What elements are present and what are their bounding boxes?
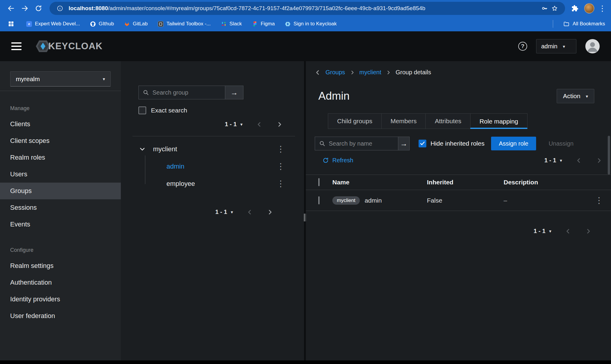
tree-node-label[interactable]: admin xyxy=(166,163,184,170)
sidebar-item-groups[interactable]: Groups xyxy=(0,183,121,199)
bookmark-label: GIthub xyxy=(99,21,114,27)
pagination-count[interactable]: 1 - 1 ▾ xyxy=(225,121,243,128)
exact-search-checkbox[interactable] xyxy=(138,107,146,114)
password-key-icon[interactable] xyxy=(539,3,550,13)
unassign-button[interactable]: Unassign xyxy=(549,140,573,147)
user-avatar[interactable] xyxy=(585,39,600,53)
bookmark-slack[interactable]: Slack xyxy=(221,21,242,27)
kebab-menu-icon[interactable]: ⋮ xyxy=(277,162,285,171)
hamburger-menu-icon[interactable] xyxy=(11,42,21,50)
tab-attributes[interactable]: Attributes xyxy=(425,113,470,129)
group-search-submit-button[interactable]: → xyxy=(225,86,243,99)
refresh-link[interactable]: Refresh xyxy=(323,157,353,164)
url-bar[interactable]: localhost:8080/admin/master/console/#/my… xyxy=(50,2,565,15)
site-info-icon[interactable] xyxy=(55,3,65,13)
apps-grid-icon[interactable] xyxy=(6,19,16,29)
browser-profile-avatar[interactable] xyxy=(584,3,594,13)
chevron-right-icon[interactable] xyxy=(596,158,602,164)
caret-down-icon: ▾ xyxy=(240,122,243,127)
breadcrumb-myclient-link[interactable]: myclient xyxy=(359,69,381,76)
reload-icon[interactable] xyxy=(32,2,45,15)
scrollbar-thumb[interactable] xyxy=(608,136,610,175)
sidebar-item-sessions[interactable]: Sessions xyxy=(0,199,121,216)
tree-node-admin[interactable]: admin ⋮ xyxy=(121,158,304,175)
sidebar-item-users[interactable]: Users xyxy=(0,166,121,183)
back-icon[interactable] xyxy=(5,2,17,15)
browser-menu-icon[interactable]: ⋮ xyxy=(598,4,606,12)
group-search-field[interactable] xyxy=(138,86,225,99)
kebab-menu-icon[interactable]: ⋮ xyxy=(277,145,285,153)
bookmark-keycloak[interactable]: Sign in to Keycloak xyxy=(285,21,337,27)
bookmark-expert-web[interactable]: e Expert Web Devel... xyxy=(26,21,80,27)
sidebar-section-manage: Manage xyxy=(10,105,121,112)
chevron-left-icon[interactable] xyxy=(565,228,571,234)
hide-inherited-checkbox[interactable] xyxy=(419,140,426,147)
bookmark-star-icon[interactable] xyxy=(550,3,560,13)
pagination-count[interactable]: 1 - 1 ▾ xyxy=(533,228,551,235)
select-all-checkbox[interactable] xyxy=(318,178,320,186)
caret-down-icon: ▾ xyxy=(586,94,588,98)
groups-divider xyxy=(132,136,295,136)
bookmark-figma[interactable]: Figma xyxy=(252,21,275,27)
tab-members[interactable]: Members xyxy=(381,113,426,129)
kebab-menu-icon[interactable]: ⋮ xyxy=(595,196,603,205)
sidebar-item-user-federation[interactable]: User federation xyxy=(0,308,121,324)
chevron-right-icon[interactable] xyxy=(585,228,591,234)
sidebar-item-events[interactable]: Events xyxy=(0,216,121,233)
sidebar-item-client-scopes[interactable]: Client scopes xyxy=(0,132,121,149)
action-dropdown-button[interactable]: Action ▾ xyxy=(557,89,594,103)
tree-children: admin ⋮ employee ⋮ xyxy=(121,158,304,192)
role-search-input[interactable] xyxy=(329,140,394,147)
chevron-left-icon[interactable] xyxy=(247,209,253,215)
breadcrumb-back-icon[interactable] xyxy=(315,70,321,75)
tab-role-mapping[interactable]: Role mapping xyxy=(470,113,527,129)
sidebar-item-realm-settings[interactable]: Realm settings xyxy=(0,257,121,274)
tree-node-label[interactable]: employee xyxy=(166,180,195,188)
sidebar-item-clients[interactable]: Clients xyxy=(0,116,121,132)
assign-role-button[interactable]: Assign role xyxy=(491,137,536,150)
realm-select[interactable]: myrealm ▾ xyxy=(10,71,111,87)
caret-down-icon: ▾ xyxy=(560,158,562,163)
all-bookmarks-button[interactable]: All Bookmarks xyxy=(563,21,605,27)
kebab-menu-icon[interactable]: ⋮ xyxy=(277,180,285,188)
chevron-right-icon[interactable] xyxy=(277,121,283,127)
pagination-count[interactable]: 1 - 1 ▾ xyxy=(544,157,562,164)
role-search-field[interactable] xyxy=(315,137,398,150)
chevron-left-icon[interactable] xyxy=(256,121,262,127)
extensions-icon[interactable] xyxy=(570,3,580,13)
brand-title: KEYCLOAK xyxy=(48,41,103,52)
window-bottom-edge xyxy=(0,360,611,364)
chevron-down-icon[interactable] xyxy=(139,146,145,152)
pagination-count[interactable]: 1 - 1 ▾ xyxy=(215,209,233,215)
sidebar-divider xyxy=(0,91,121,91)
row-checkbox[interactable] xyxy=(318,196,320,204)
chevron-left-icon[interactable] xyxy=(576,158,582,164)
bookmark-gitlab[interactable]: GitLab xyxy=(124,21,148,27)
help-icon[interactable]: ? xyxy=(518,42,527,51)
sidebar-item-authentication[interactable]: Authentication xyxy=(0,274,121,291)
all-bookmarks-label: All Bookmarks xyxy=(573,21,605,27)
bookmark-github[interactable]: GIthub xyxy=(90,21,114,27)
search-icon xyxy=(319,141,325,146)
sidebar-item-realm-roles[interactable]: Realm roles xyxy=(0,149,121,166)
role-search-submit-button[interactable]: → xyxy=(398,137,410,150)
tree-node-employee[interactable]: employee ⋮ xyxy=(121,175,304,192)
column-header-name[interactable]: Name xyxy=(332,179,427,186)
client-badge: myclient xyxy=(332,196,360,205)
tab-child-groups[interactable]: Child groups xyxy=(328,113,381,129)
refresh-row: Refresh 1 - 1 ▾ xyxy=(306,157,611,164)
figma-favicon xyxy=(252,21,258,27)
tree-node-myclient[interactable]: myclient ⋮ xyxy=(121,141,304,158)
tree-node-label[interactable]: myclient xyxy=(153,145,177,153)
chevron-right-icon[interactable] xyxy=(267,209,273,215)
column-header-inherited[interactable]: Inherited xyxy=(427,179,504,186)
cell-inherited: False xyxy=(427,197,504,204)
column-header-description[interactable]: Description xyxy=(504,179,587,186)
forward-icon[interactable] xyxy=(18,2,31,15)
user-dropdown[interactable]: admin ▾ xyxy=(536,39,576,53)
keycloak-brand: KEYCLOAK xyxy=(35,38,103,54)
bookmark-tailwind-toolbox[interactable]: Tailwind Toolbox -... xyxy=(158,21,211,27)
breadcrumb-groups-link[interactable]: Groups xyxy=(325,69,345,76)
group-search-input[interactable] xyxy=(152,89,221,96)
sidebar-item-identity-providers[interactable]: Identity providers xyxy=(0,291,121,308)
